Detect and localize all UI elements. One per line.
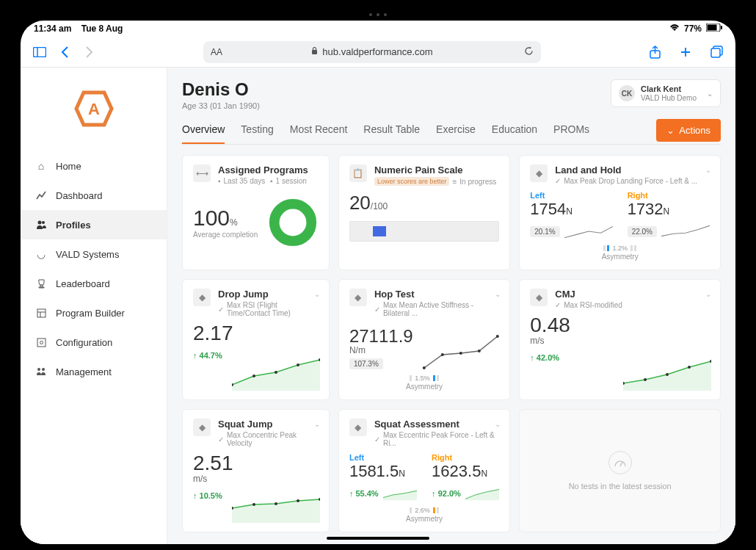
sidebar-item-profiles[interactable]: Profiles <box>21 210 167 239</box>
chart-icon <box>35 189 47 201</box>
new-tab-icon[interactable] <box>677 43 694 61</box>
sidebar-item-label: Profiles <box>56 220 91 231</box>
metric-value: 27111.9 <box>349 328 413 345</box>
browser-bar: AA hub.valdperformance.com <box>21 37 735 68</box>
card-drop-jump[interactable]: ⌄ ◆ Drop Jump ✓ Max RSI (Flight Time/Con… <box>182 279 330 400</box>
avatar: CK <box>619 85 635 101</box>
trend-chart <box>422 333 500 369</box>
card-squat-jump[interactable]: ⌄ ◆ Squat Jump ✓ Max Concentric Peak Vel… <box>182 409 330 532</box>
url-bar[interactable]: AA hub.valdperformance.com <box>203 41 541 63</box>
svg-point-37 <box>688 366 691 369</box>
tab-education[interactable]: Education <box>492 116 537 144</box>
card-hop-test[interactable]: ⌄ ◆ Hop Test ✓ Max Mean Active Stiffness… <box>338 279 510 400</box>
svg-point-17 <box>40 341 43 344</box>
svg-point-26 <box>297 363 299 366</box>
share-icon[interactable] <box>646 43 664 61</box>
chevron-down-icon[interactable]: ⌄ <box>705 290 711 298</box>
sidebar-item-management[interactable]: Management <box>21 357 167 386</box>
card-cmj[interactable]: ⌄ ◆ CMJ ✓ Max RSI-modified 0.48 m/s ↑ 42… <box>519 279 721 400</box>
asymmetry-label: Asymmetry <box>406 383 443 391</box>
svg-text:A: A <box>88 100 100 118</box>
sidebar-item-configuration[interactable]: Configuration <box>21 328 167 357</box>
plates-icon: ◆ <box>193 289 211 306</box>
back-button[interactable] <box>56 43 73 61</box>
plates-icon: ◆ <box>530 164 548 182</box>
user-icon <box>35 219 47 231</box>
sidebar-item-vald-systems[interactable]: ◡ VALD Systems <box>21 239 167 269</box>
empty-text: No tests in the latest session <box>569 482 672 491</box>
tab-exercise[interactable]: Exercise <box>436 116 476 144</box>
status-bar: 11:34 am Tue 8 Aug 77% <box>21 21 735 37</box>
svg-point-43 <box>297 499 299 502</box>
home-icon: ⌂ <box>35 160 47 172</box>
svg-rect-5 <box>312 50 317 54</box>
home-indicator[interactable] <box>327 537 429 540</box>
svg-point-42 <box>275 502 277 505</box>
main-content: Denis O Age 33 (01 Jan 1990) CK Clark Ke… <box>167 68 735 544</box>
tab-testing[interactable]: Testing <box>241 116 273 144</box>
forward-button[interactable] <box>81 43 98 61</box>
tab-bar: Overview Testing Most Recent Result Tabl… <box>182 116 589 144</box>
plates-icon: ◆ <box>530 289 548 306</box>
pain-score: 20 <box>349 192 371 214</box>
trend-chart <box>232 486 320 523</box>
svg-point-29 <box>440 353 443 356</box>
chevron-down-icon[interactable]: ⌄ <box>495 420 501 428</box>
sidebar-item-program-builder[interactable]: Program Builder <box>21 298 167 328</box>
svg-point-32 <box>495 335 498 338</box>
sidebar-item-label: Configuration <box>56 337 112 348</box>
svg-point-19 <box>42 368 45 371</box>
tab-most-recent[interactable]: Most Recent <box>290 116 348 144</box>
sidebar-item-label: Leaderboard <box>56 278 110 289</box>
layout-icon <box>35 307 47 319</box>
tab-proms[interactable]: PROMs <box>553 116 589 144</box>
sidebar-toggle-icon[interactable] <box>31 43 48 61</box>
trend-chart <box>232 354 320 391</box>
user-menu[interactable]: CK Clark Kent VALD Hub Demo ⌄ <box>611 79 721 107</box>
chevron-down-icon[interactable]: ⌄ <box>705 166 711 174</box>
svg-rect-16 <box>37 339 46 347</box>
sidebar-item-dashboard[interactable]: Dashboard <box>21 181 167 210</box>
app-sidebar: A ⌂ Home Dashboard Profiles <box>21 68 167 544</box>
lock-icon <box>311 46 318 57</box>
tab-overview[interactable]: Overview <box>182 116 225 144</box>
chevron-down-icon[interactable]: ⌄ <box>495 290 501 298</box>
change-value: ↑ 44.7% <box>193 351 222 360</box>
battery-icon <box>706 23 722 34</box>
right-label: Right <box>628 191 710 200</box>
card-title: CMJ <box>555 289 622 300</box>
svg-rect-1 <box>708 25 717 31</box>
svg-rect-3 <box>34 47 46 57</box>
gauge-icon <box>608 451 632 474</box>
sidebar-item-home[interactable]: ⌂ Home <box>21 151 167 181</box>
left-label: Left <box>530 191 612 200</box>
pain-slider <box>349 221 499 242</box>
card-squat-assessment[interactable]: ⌄ ◆ Squat Assessment ✓ Max Eccentric Pea… <box>338 409 510 532</box>
svg-point-28 <box>422 366 425 369</box>
battery-pct: 77% <box>684 23 702 34</box>
trend-chart <box>623 354 711 391</box>
text-size-button[interactable]: AA <box>211 47 222 57</box>
sidebar-item-label: VALD Systems <box>56 249 119 260</box>
trophy-icon <box>35 278 47 289</box>
refresh-icon[interactable] <box>524 46 534 58</box>
chevron-down-icon[interactable]: ⌄ <box>314 420 320 428</box>
tabs-icon[interactable] <box>708 43 725 61</box>
sidebar-item-label: Management <box>56 366 112 377</box>
left-label: Left <box>349 453 417 462</box>
svg-point-35 <box>644 378 647 381</box>
tab-result-table[interactable]: Result Table <box>363 116 420 144</box>
asymmetry-label: Asymmetry <box>602 253 639 261</box>
svg-point-30 <box>459 352 462 355</box>
actions-button[interactable]: ⌄ Actions <box>656 119 721 142</box>
plates-icon: ◆ <box>193 419 211 436</box>
svg-rect-8 <box>711 48 720 57</box>
svg-marker-46 <box>465 489 499 500</box>
chevron-down-icon[interactable]: ⌄ <box>314 290 320 298</box>
sidebar-item-leaderboard[interactable]: Leaderboard <box>21 269 167 298</box>
card-assigned-programs[interactable]: ⟷ Assigned Programs ▪ Last 35 days ▪ 1 s… <box>182 155 330 270</box>
card-pain-scale[interactable]: 📋 Numeric Pain Scale Lower scores are be… <box>338 155 510 270</box>
card-title: Hop Test <box>374 289 499 300</box>
sparkline <box>465 485 499 502</box>
card-land-and-hold[interactable]: ⌄ ◆ Land and Hold ✓ Max Peak Drop Landin… <box>519 155 721 270</box>
